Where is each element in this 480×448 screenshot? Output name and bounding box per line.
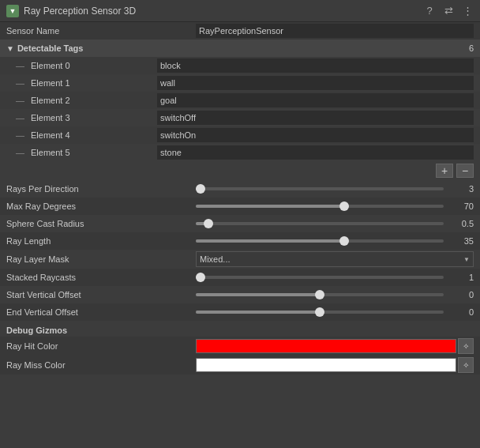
element-value-1 [157,76,474,90]
slider-thumb[interactable] [315,307,324,317]
dash-icon: — [16,96,24,105]
ray-length-slider[interactable]: 35 [196,236,474,246]
sphere-cast-radius-value: 0.5 [196,219,474,228]
detectable-tags-count: 6 [469,43,474,53]
slider-thumb[interactable] [315,290,324,299]
element-label-0: Element 0 [31,61,157,70]
list-item: — Element 5 [0,144,480,161]
element-input-0[interactable] [157,58,474,73]
start-vertical-offset-value: 0 [196,290,474,299]
element-value-5 [157,145,474,160]
rays-per-direction-label: Rays Per Direction [6,184,196,194]
stacked-raycasts-value: 1 [196,273,474,282]
end-vertical-offset-row: End Vertical Offset 0 [0,303,480,321]
preset-icon[interactable]: ⇄ [442,5,455,17]
dash-icon: — [16,113,24,122]
ray-layer-mask-dropdown[interactable]: Mixed... ▼ [196,251,474,267]
dash-icon: — [16,61,24,70]
ray-length-label: Ray Length [6,236,196,246]
slider-thumb[interactable] [339,201,349,211]
slider-thumb[interactable] [204,219,213,228]
dash-icon: — [16,78,24,88]
ray-miss-color-row: Ray Miss Color ⟡ [0,356,480,375]
component-title: Ray Perception Sensor 3D [24,6,423,17]
slider-fill [196,205,344,208]
rays-per-direction-row: Rays Per Direction 3 [0,180,480,198]
list-item: — Element 1 [0,74,480,92]
slider-thumb[interactable] [339,236,349,246]
rays-per-direction-value: 3 [196,184,474,194]
max-ray-degrees-slider[interactable]: 70 [196,201,474,211]
element-label-1: Element 1 [31,78,157,88]
stacked-raycasts-row: Stacked Raycasts 1 [0,269,480,286]
ray-hit-color-label: Ray Hit Color [6,341,196,351]
stacked-raycasts-num: 1 [450,273,474,282]
debug-gizmos-header: Debug Gizmos [0,321,480,337]
ray-hit-color-swatch-container: ⟡ [196,338,474,354]
dash-icon: — [16,148,24,157]
detectable-tags-header[interactable]: ▼ Detectable Tags 6 [0,40,480,57]
component-icon: ▼ [6,5,19,17]
help-icon[interactable]: ? [423,5,436,17]
list-item: — Element 0 [0,57,480,74]
remove-element-button[interactable]: − [456,164,474,178]
max-ray-degrees-row: Max Ray Degrees 70 [0,198,480,215]
slider-track [196,222,444,225]
sphere-cast-radius-slider[interactable]: 0.5 [196,219,474,228]
slider-fill [196,293,320,296]
element-input-4[interactable] [157,128,474,142]
section-arrow-icon: ▼ [6,44,14,53]
end-vertical-offset-value: 0 [196,307,474,317]
slider-track [196,239,444,243]
slider-thumb[interactable] [196,184,205,194]
list-item: — Element 2 [0,92,480,109]
element-input-2[interactable] [157,93,474,107]
ray-length-value: 35 [196,236,474,246]
add-element-button[interactable]: + [436,164,453,178]
sphere-cast-radius-num: 0.5 [450,219,474,228]
rays-per-direction-num: 3 [450,184,474,194]
element-label-2: Element 2 [31,96,157,105]
element-label-3: Element 3 [31,113,157,122]
element-input-3[interactable] [157,111,474,125]
ray-miss-eyedropper-icon[interactable]: ⟡ [458,357,474,373]
slider-fill [196,239,344,243]
ray-layer-mask-row: Ray Layer Mask Mixed... ▼ [0,250,480,269]
slider-track [196,187,444,190]
element-label-4: Element 4 [31,130,157,140]
max-ray-degrees-label: Max Ray Degrees [6,201,196,211]
end-vertical-offset-slider[interactable]: 0 [196,307,474,317]
element-input-1[interactable] [157,76,474,90]
rays-per-direction-slider[interactable]: 3 [196,184,474,194]
stacked-raycasts-slider[interactable]: 1 [196,273,474,282]
component-header: ▼ Ray Perception Sensor 3D ? ⇄ ⋮ [0,0,480,22]
ray-hit-color-swatch[interactable] [196,339,456,353]
end-vertical-offset-num: 0 [450,307,474,317]
sensor-name-input[interactable] [196,24,474,38]
dropdown-value: Mixed... [200,254,231,264]
sensor-name-value [196,24,474,38]
header-actions: ? ⇄ ⋮ [423,5,474,17]
start-vertical-offset-slider[interactable]: 0 [196,290,474,299]
element-input-5[interactable] [157,145,474,160]
sensor-name-label: Sensor Name [6,26,196,36]
end-vertical-offset-label: End Vertical Offset [6,307,196,317]
ray-hit-eyedropper-icon[interactable]: ⟡ [458,338,474,354]
slider-thumb[interactable] [196,273,205,282]
ray-layer-mask-value: Mixed... ▼ [196,251,474,267]
ray-miss-color-swatch[interactable] [196,358,456,372]
ray-hit-color-row: Ray Hit Color ⟡ [0,337,480,356]
stacked-raycasts-label: Stacked Raycasts [6,273,196,282]
start-vertical-offset-label: Start Vertical Offset [6,290,196,299]
element-value-0 [157,58,474,73]
element-value-4 [157,128,474,142]
slider-track [196,276,444,279]
max-ray-degrees-value: 70 [196,201,474,211]
menu-icon[interactable]: ⋮ [461,5,474,17]
ray-length-num: 35 [450,236,474,246]
slider-track [196,311,444,314]
sphere-cast-radius-row: Sphere Cast Radius 0.5 [0,215,480,232]
slider-track [196,205,444,208]
element-value-3 [157,111,474,125]
chevron-down-icon: ▼ [463,256,470,263]
